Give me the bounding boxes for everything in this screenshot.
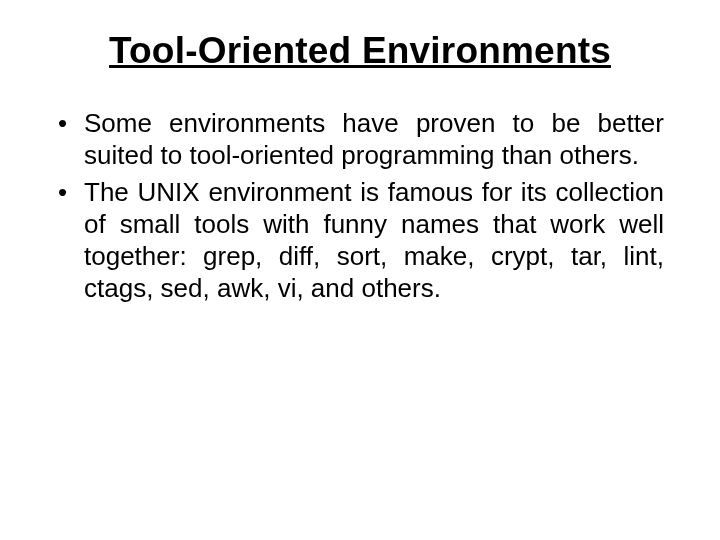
slide-title: Tool-Oriented Environments [48,30,672,72]
list-item: Some environments have proven to be bett… [56,108,664,171]
slide: Tool-Oriented Environments Some environm… [0,0,720,540]
bullet-list: Some environments have proven to be bett… [48,108,672,304]
list-item: The UNIX environment is famous for its c… [56,177,664,304]
